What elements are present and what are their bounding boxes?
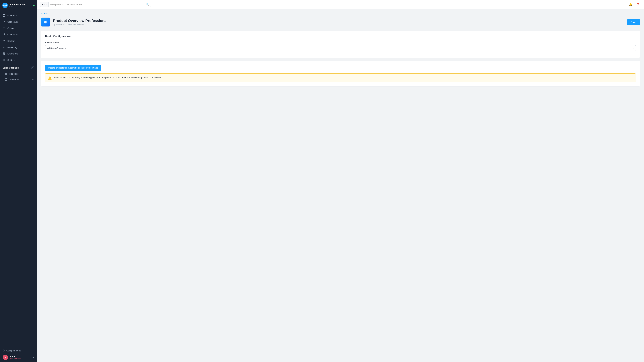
back-label: Back (44, 12, 49, 15)
sidebar-item-label: Marketing (8, 46, 17, 49)
sidebar-item-label: Settings (8, 59, 15, 61)
back-link[interactable]: ← Back (41, 12, 49, 15)
sidebar-item-headless[interactable]: Headless (0, 71, 37, 77)
orders-icon (3, 27, 6, 30)
headless-icon (5, 72, 8, 75)
sales-channels-header: Sales Channels + (0, 64, 37, 71)
plugin-icon (41, 17, 50, 27)
plugin-title: Product Overview Professional (53, 18, 108, 23)
sales-channels-label: Sales Channels (3, 66, 19, 69)
sidebar-item-marketing[interactable]: Marketing (0, 44, 37, 50)
svg-rect-16 (4, 53, 5, 53)
marketing-icon (3, 46, 6, 49)
sidebar-sub-item-label: Storefront (10, 78, 19, 81)
extensions-icon (3, 52, 6, 55)
sidebar-item-dashboard[interactable]: Dashboard (0, 12, 37, 18)
app-logo (2, 3, 8, 8)
help-button[interactable]: ❓ (635, 2, 641, 7)
sidebar-item-extensions[interactable]: Extensions (0, 50, 37, 57)
app-version: 6.6.6.0 (10, 6, 25, 8)
user-role: Administrator (10, 358, 21, 360)
page-content: ← Back Product Overview Professional by … (37, 9, 644, 362)
sales-channel-select[interactable]: All Sales Channels (45, 45, 636, 51)
sales-channel-select-wrapper: All Sales Channels ▼ (45, 45, 636, 51)
content-icon (3, 39, 6, 42)
card-title: Basic Configuration (45, 35, 636, 38)
customers-icon (3, 33, 6, 36)
warning-icon: ⚠️ (48, 76, 52, 80)
sidebar-item-label: Customers (8, 33, 18, 36)
collapse-icon: ⏱ (3, 349, 5, 352)
update-snippets-button[interactable]: Update snippets for custom fields in sea… (45, 65, 101, 71)
back-arrow-icon: ← (41, 12, 43, 15)
sidebar-item-customers[interactable]: Customers (0, 31, 37, 38)
search-wrapper: All ▼ 🔍 (40, 2, 151, 7)
search-filter-dropdown[interactable]: All ▼ (40, 2, 49, 7)
dashboard-icon (3, 14, 6, 17)
user-section[interactable]: A admin Administrator ▲ (3, 353, 34, 360)
filter-label: All (42, 3, 44, 6)
settings-icon (3, 58, 6, 61)
svg-rect-20 (5, 73, 7, 75)
chevron-down-icon: ▼ (45, 3, 47, 5)
sidebar-item-catalogues[interactable]: Catalogues (0, 18, 37, 25)
sales-channel-label: Sales Channel (45, 41, 636, 44)
search-button[interactable]: 🔍 (144, 2, 151, 7)
collapse-menu-button[interactable]: ⏱ Collapse menu (3, 348, 34, 353)
topbar: All ▼ 🔍 🔔 ❓ (37, 0, 644, 9)
svg-point-11 (4, 33, 5, 34)
add-sales-channel-button[interactable]: + (31, 66, 34, 69)
app-name: Administration (10, 3, 25, 6)
search-input[interactable] (49, 2, 144, 7)
sidebar-item-settings[interactable]: Settings (0, 57, 37, 63)
svg-point-19 (4, 60, 5, 60)
svg-rect-3 (3, 15, 4, 16)
basic-config-card: Basic Configuration Sales Channel All Sa… (41, 31, 640, 58)
warning-text: If you cannot see the newly added snippe… (54, 76, 161, 79)
storefront-icon (5, 78, 8, 81)
collapse-label: Collapse menu (6, 350, 21, 352)
sidebar-item-label: Content (8, 40, 15, 42)
catalogues-icon (3, 20, 6, 23)
svg-rect-2 (4, 14, 5, 15)
eye-icon: 👁 (32, 78, 34, 81)
save-button[interactable]: Save (627, 19, 640, 25)
svg-rect-17 (3, 54, 4, 55)
svg-rect-1 (3, 14, 4, 15)
svg-rect-4 (4, 15, 5, 16)
sidebar-item-label: Dashboard (8, 14, 18, 17)
sidebar-sub-item-label: Headless (10, 72, 18, 75)
sidebar-header: Administration 6.6.6.0 (0, 0, 37, 11)
topbar-actions: 🔔 ❓ (628, 2, 641, 7)
plugin-header: Product Overview Professional by SYNERGY… (41, 17, 640, 27)
warning-box: ⚠️ If you cannot see the newly added sni… (45, 73, 636, 82)
sidebar-footer: ⏱ Collapse menu A admin Administrator ▲ (0, 346, 37, 362)
snippets-card: Update snippets for custom fields in sea… (41, 61, 640, 86)
sidebar-nav: Dashboard Catalogues Orders (0, 11, 37, 346)
user-chevron-icon: ▲ (32, 356, 34, 359)
notifications-button[interactable]: 🔔 (628, 2, 633, 7)
svg-point-18 (4, 54, 5, 55)
sidebar-item-content[interactable]: Content (0, 38, 37, 44)
plugin-subtitle: by SYNERGY NETWORKS GmbH (53, 23, 108, 26)
svg-rect-15 (3, 53, 4, 53)
sidebar-item-orders[interactable]: Orders (0, 25, 37, 31)
sidebar-item-label: Orders (8, 27, 14, 29)
sidebar-item-label: Extensions (8, 52, 18, 55)
svg-rect-22 (5, 79, 7, 80)
main-area: All ▼ 🔍 🔔 ❓ ← Back Product Overvie (37, 0, 644, 362)
sidebar-item-storefront[interactable]: Storefront 👁 (0, 77, 37, 82)
sidebar: Administration 6.6.6.0 Dashboard (0, 0, 37, 362)
user-name: admin (10, 355, 21, 358)
status-dot (33, 5, 34, 6)
svg-rect-12 (3, 40, 5, 42)
sidebar-item-label: Catalogues (8, 21, 18, 23)
avatar: A (3, 355, 8, 360)
sales-channel-group: Sales Channel All Sales Channels ▼ (45, 41, 636, 51)
